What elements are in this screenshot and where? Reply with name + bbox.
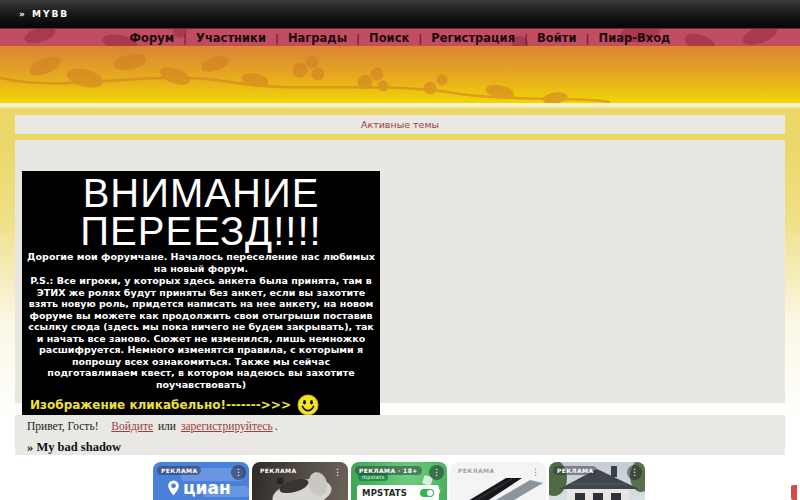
board-title: » My bad shadow [27,440,121,455]
greeting-row: Привет, Гость! Войдите или зарегистрируй… [27,420,278,432]
ad-menu-icon[interactable]: ⋮ [231,465,246,480]
nav-separator: | [418,32,422,45]
period-text: . [275,420,278,432]
ad-label: РЕКЛАМА [553,466,597,475]
content-panel: ВНИМАНИЕ ПЕРЕЕЗД!!!! Дорогие мои форумча… [15,140,785,403]
nav-members[interactable]: Участники [196,31,266,45]
announcement-paragraph-2: P.S.: Все игроки, у которых здесь анкета… [26,275,376,390]
floral-branch-graphic [0,50,620,103]
ad-label: РЕКЛАМА · 18+ [355,466,422,475]
nav-piar-login[interactable]: Пиар-Вход [599,31,671,45]
cian-brand: циан [167,478,231,498]
ad-banner-mpstats[interactable]: mpstats MPSTATS РЕКЛАМА · 18+ ⋮ [351,462,447,500]
ad-label: РЕКЛАМА [157,466,201,475]
ad-menu-icon[interactable]: ⋮ [627,465,642,480]
red-corner-element[interactable] [791,485,797,500]
location-pin-icon [167,480,180,496]
ad-menu-icon[interactable]: ⋮ [429,465,444,480]
active-topics-link[interactable]: Активные темы [15,115,785,134]
nav-separator: | [356,32,360,45]
announcement-box[interactable]: ВНИМАНИЕ ПЕРЕЕЗД!!!! Дорогие мои форумча… [22,171,380,420]
ad-banner-massage-chair[interactable]: РЕКЛАМА ⋮ [252,462,348,500]
login-link[interactable]: Войдите [111,420,153,432]
register-link[interactable]: зарегистрируйтесь [181,420,273,432]
clickable-image-note[interactable]: Изображение кликабельно!------->>> [30,394,319,416]
guest-panel: Привет, Гость! Войдите или зарегистрируй… [15,415,785,455]
nav-awards[interactable]: Награды [288,31,347,45]
ad-label: РЕКЛАМА [256,466,300,475]
ad-banner-metal-panels[interactable]: РЕКЛАМА ⋮ [450,462,546,500]
greeting-text: Привет, Гость! [27,420,98,432]
announcement-title-line2: ПЕРЕЕЗД!!!! [22,212,380,250]
announcement-title-line1: ВНИМАНИЕ [22,174,380,212]
nav-login[interactable]: Войти [537,31,576,45]
smiley-icon [297,394,319,416]
top-bar: » MYBB [0,0,800,28]
nav-links: Форум | Участники | Награды | Поиск | Ре… [0,29,800,47]
ad-banner-cian[interactable]: циан РЕКЛАМА ⋮ [153,462,249,500]
nav-separator: | [275,32,279,45]
nav-separator: | [586,32,590,45]
nav-separator: | [524,32,528,45]
toggle-icon [420,489,434,497]
main-nav: Форум | Участники | Награды | Поиск | Ре… [0,28,800,47]
nav-search[interactable]: Поиск [369,31,409,45]
nav-separator: | [183,32,187,45]
mpstats-brand-text: MPSTATS [362,488,407,498]
mybb-logo[interactable]: » MYBB [19,9,69,19]
ads-row: циан РЕКЛАМА ⋮ РЕКЛАМА ⋮ mpstats MPSTATS [153,462,645,500]
cian-brand-text: циан [183,478,231,498]
clickable-image-note-text: Изображение кликабельно!------->>> [30,398,291,412]
ad-label: РЕКЛАМА [454,466,498,475]
nav-forum[interactable]: Форум [130,31,174,45]
or-text: или [158,420,176,432]
ad-banner-house[interactable]: РЕКЛАМА ⋮ [549,462,645,500]
ad-menu-icon[interactable]: ⋮ [330,465,345,480]
mpstats-card: MPSTATS [357,485,439,500]
forum-page: » MYBB Форум | Участники | Награды | Пои… [0,0,800,500]
ad-menu-icon[interactable]: ⋮ [528,465,543,480]
announcement-paragraph-1: Дорогие мои форумчане. Началось переселе… [26,251,376,274]
nav-register[interactable]: Регистрация [431,31,515,45]
header-banner [0,50,800,103]
